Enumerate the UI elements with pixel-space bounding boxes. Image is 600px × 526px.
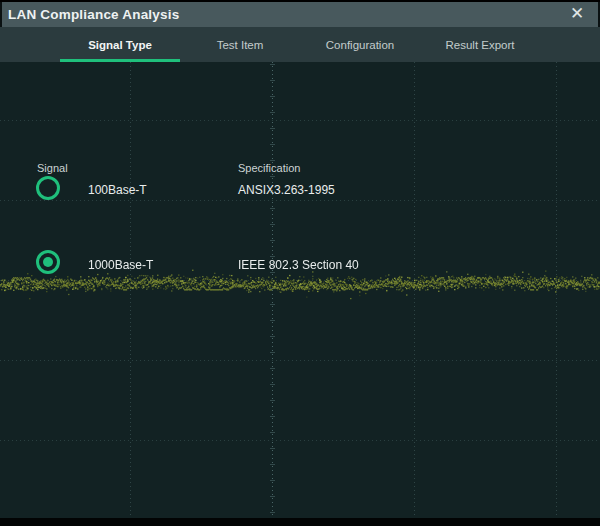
tab-bar: Signal Type Test Item Configuration Resu… (0, 27, 600, 62)
radio-dot (43, 257, 53, 267)
signal-type-panel: Signal Specification 100Base-T ANSIX3.26… (0, 62, 600, 518)
bottom-bezel (0, 518, 600, 526)
dialog-titlebar: LAN Compliance Analysis ✕ (0, 2, 600, 27)
tab-label: Result Export (445, 39, 514, 51)
radio-100base-t[interactable] (36, 176, 60, 200)
column-header-signal: Signal (37, 162, 68, 174)
specification-label: ANSIX3.263-1995 (238, 183, 335, 197)
tab-label: Signal Type (88, 39, 152, 51)
tab-configuration[interactable]: Configuration (300, 27, 420, 62)
column-header-specification: Specification (238, 162, 300, 174)
background-waveform (0, 268, 600, 300)
lan-compliance-dialog: LAN Compliance Analysis ✕ Signal Type Te… (0, 0, 600, 526)
tab-label: Test Item (217, 39, 264, 51)
dialog-title: LAN Compliance Analysis (8, 7, 179, 22)
signal-label[interactable]: 100Base-T (88, 183, 147, 197)
tab-signal-type[interactable]: Signal Type (60, 27, 180, 62)
tab-test-item[interactable]: Test Item (180, 27, 300, 62)
signal-label[interactable]: 1000Base-T (88, 258, 153, 272)
left-bezel (0, 2, 2, 27)
specification-label: IEEE 802.3 Section 40 (238, 258, 359, 272)
close-icon[interactable]: ✕ (566, 3, 588, 25)
radio-1000base-t[interactable] (36, 250, 60, 274)
tab-result-export[interactable]: Result Export (420, 27, 540, 62)
tab-label: Configuration (326, 39, 394, 51)
